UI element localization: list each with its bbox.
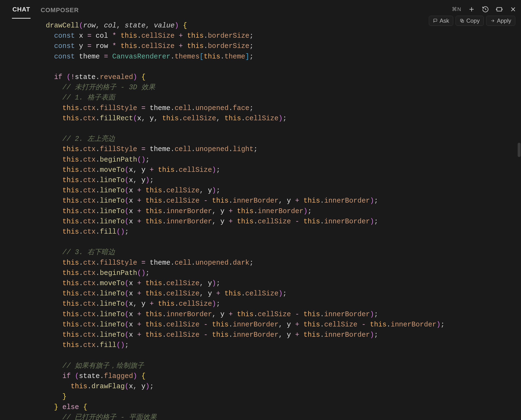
- close-icon[interactable]: [510, 6, 517, 13]
- svg-rect-0: [497, 8, 502, 11]
- history-icon[interactable]: [482, 6, 489, 13]
- scrollbar-thumb[interactable]: [518, 143, 521, 157]
- tabs: CHAT COMPOSER: [12, 0, 79, 19]
- new-shortcut-label: ⌘N: [452, 6, 461, 12]
- tab-composer[interactable]: COMPOSER: [40, 2, 79, 19]
- code-area[interactable]: drawCell(row, col, state, value) { const…: [0, 19, 521, 420]
- tab-chat[interactable]: CHAT: [12, 1, 31, 19]
- code-block: drawCell(row, col, state, value) { const…: [0, 19, 521, 420]
- expand-icon[interactable]: [496, 6, 503, 13]
- new-icon[interactable]: [468, 6, 475, 13]
